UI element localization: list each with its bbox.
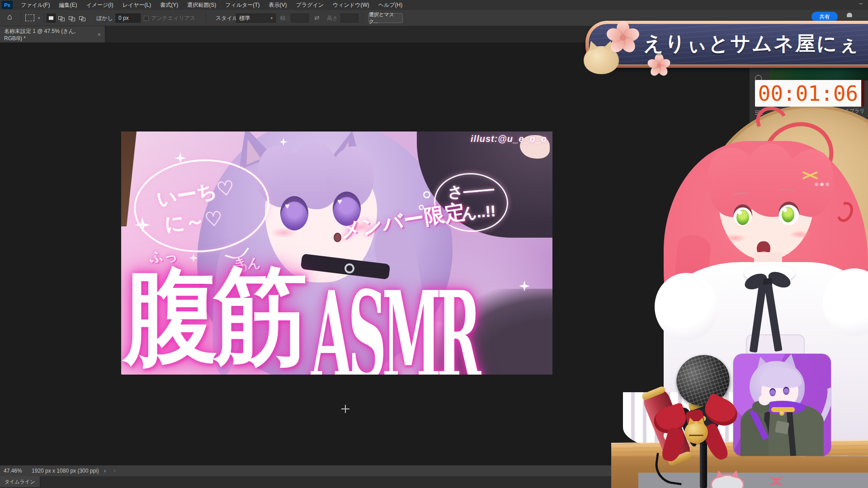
- hair-beads: [815, 183, 830, 186]
- chevron-down-icon[interactable]: ▾: [38, 16, 40, 20]
- swap-dimensions-icon[interactable]: ⇄: [314, 14, 320, 21]
- crosshair-cursor: [341, 405, 349, 413]
- cat-bell: [684, 421, 708, 444]
- anti-alias-label: アンチエイリアス: [151, 10, 195, 26]
- height-label: 高さ :: [327, 10, 341, 26]
- selection-new-icon[interactable]: [47, 14, 56, 23]
- menu-bar: Ps ファイル(F) 編集(E) イメージ(I) レイヤー(L) 書式(Y) 選…: [0, 0, 868, 10]
- select-and-mask-button[interactable]: 選択とマスク...: [368, 13, 403, 23]
- feather-input[interactable]: [115, 14, 141, 23]
- anti-alias-checkbox[interactable]: [144, 16, 149, 21]
- document-tab[interactable]: 名称未設定 1 @ 47.5% (きん, RGB/8) * ×: [0, 26, 105, 42]
- zoom-level-field[interactable]: 47.46%: [4, 465, 22, 476]
- menu-edit[interactable]: 編集(E): [54, 0, 81, 10]
- bow-sticker: [769, 476, 784, 486]
- divider: [21, 13, 21, 23]
- selection-intersect-icon[interactable]: [78, 14, 87, 23]
- menu-layer[interactable]: レイヤー(L): [118, 0, 156, 10]
- document-size-info: 1920 px x 1080 px (300 ppi): [32, 465, 99, 476]
- rectangular-marquee-tool-icon[interactable]: [25, 14, 34, 21]
- illustrator-credit: illust:@u_e_o_o: [471, 134, 547, 144]
- speech-bubble-trail: [423, 191, 430, 198]
- bell-icon[interactable]: [847, 13, 852, 17]
- chevron-left-icon[interactable]: ‹: [114, 465, 115, 476]
- divider: [44, 13, 44, 23]
- menu-filter[interactable]: フィルター(T): [221, 0, 264, 10]
- menu-help[interactable]: ヘルプ(H): [374, 0, 407, 10]
- stream-timer: 00:01:06: [755, 80, 864, 107]
- selection-subtract-icon[interactable]: [67, 14, 76, 23]
- menu-view[interactable]: 表示(V): [264, 0, 292, 10]
- menu-file[interactable]: ファイル(F): [16, 0, 54, 10]
- feather-label: ぼかし :: [96, 10, 116, 26]
- width-input: [291, 14, 309, 23]
- document-tab-title: 名称未設定 1 @ 47.5% (きん, RGB/8) *: [4, 28, 93, 42]
- screen: Ps ファイル(F) 編集(E) イメージ(I) レイヤー(L) 書式(Y) 選…: [0, 0, 868, 488]
- okayu-eye-right: [783, 387, 789, 395]
- share-button[interactable]: 共有: [811, 12, 838, 22]
- menu-window[interactable]: ウィンドウ(W): [328, 0, 374, 10]
- miko-eye-right: [778, 202, 799, 225]
- divider: [363, 13, 363, 23]
- hoodie-badge: [775, 421, 789, 434]
- menu-select[interactable]: 選択範囲(S): [183, 0, 221, 10]
- chevron-down-icon: ▾: [270, 16, 273, 20]
- window-minimize-icon[interactable]: –: [859, 0, 863, 7]
- title-kanji: 腹筋: [124, 263, 303, 368]
- divider: [206, 13, 206, 23]
- photoshop-app-icon: Ps: [2, 1, 13, 9]
- okayu-eye-left: [769, 388, 776, 396]
- stream-title: えりぃとサムネ屋にぇ: [643, 21, 860, 68]
- puff-sleeve-left: [655, 273, 718, 341]
- menu-plugins[interactable]: プラグイン: [292, 0, 328, 10]
- menu-type[interactable]: 書式(Y): [156, 0, 183, 10]
- stream-title-banner: えりぃとサムネ屋にぇ: [585, 21, 868, 68]
- menu-image[interactable]: イメージ(I): [81, 0, 118, 10]
- miko-blush: [724, 234, 746, 242]
- microphone: [651, 352, 755, 488]
- character-eye-left: [280, 196, 308, 230]
- thumbnail-artwork[interactable]: いーち♡ に～♡ さ—— ん..!! illust:@u_e_o_o ふっ きん…: [121, 131, 552, 375]
- height-input: [340, 14, 359, 23]
- miko-eye-left: [733, 204, 752, 226]
- selection-add-icon[interactable]: [57, 14, 66, 23]
- character-blush: [270, 227, 297, 238]
- collar-bell: [779, 411, 784, 416]
- style-select[interactable]: 標準 ▾: [236, 14, 276, 23]
- okayu-paw: [759, 394, 770, 405]
- character-mouth: [334, 233, 341, 242]
- timeline-tab[interactable]: タイムライン: [0, 476, 40, 487]
- home-icon[interactable]: ⌂: [7, 12, 12, 22]
- title-latin: ASMR: [311, 275, 476, 375]
- style-value: 標準: [239, 14, 250, 22]
- miko-blush: [789, 230, 811, 239]
- width-label: 幅 :: [280, 10, 289, 26]
- chevron-right-icon[interactable]: ›: [104, 465, 106, 476]
- close-icon[interactable]: ×: [97, 31, 101, 38]
- sakura-flower-icon: [608, 23, 638, 52]
